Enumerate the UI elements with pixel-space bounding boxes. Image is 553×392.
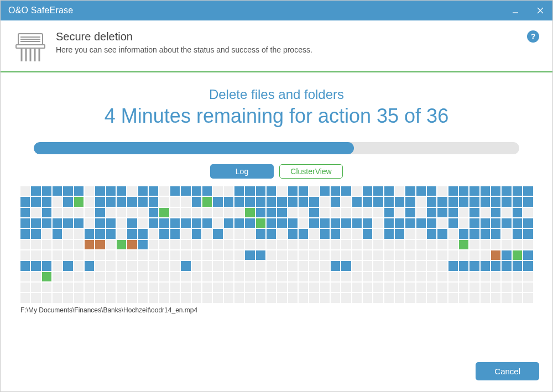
cancel-button-label: Cancel bbox=[494, 367, 520, 376]
cluster-cell bbox=[309, 272, 319, 281]
cluster-cell bbox=[384, 240, 394, 249]
cluster-cell bbox=[513, 229, 522, 238]
cluster-cell bbox=[224, 250, 233, 260]
cluster-cell bbox=[256, 186, 265, 196]
close-button[interactable] bbox=[528, 1, 552, 20]
cluster-cell bbox=[53, 293, 62, 302]
cluster-cell bbox=[469, 208, 479, 217]
cluster-cell bbox=[481, 283, 490, 292]
page-header: Secure deletion Here you can see informa… bbox=[1, 20, 552, 72]
cluster-cell bbox=[491, 208, 500, 217]
cluster-cell bbox=[267, 272, 276, 281]
cluster-cell bbox=[202, 186, 212, 196]
cluster-cell bbox=[469, 240, 479, 249]
cluster-cell bbox=[513, 283, 522, 292]
cluster-cell bbox=[395, 240, 404, 249]
cluster-cell bbox=[149, 293, 158, 302]
tab-log[interactable]: Log bbox=[210, 164, 274, 179]
cluster-cell bbox=[437, 250, 447, 260]
cluster-cell bbox=[341, 197, 351, 206]
cluster-cell bbox=[31, 293, 40, 302]
cluster-cell bbox=[42, 261, 51, 270]
cluster-cell bbox=[427, 250, 436, 260]
footer: Cancel bbox=[1, 356, 552, 391]
cluster-cell bbox=[138, 283, 148, 292]
cluster-cell bbox=[149, 272, 158, 281]
cluster-cell bbox=[63, 261, 72, 270]
cluster-cell bbox=[502, 218, 511, 228]
cluster-cell bbox=[469, 272, 479, 281]
cluster-cell bbox=[299, 250, 308, 260]
cluster-cell bbox=[170, 218, 180, 228]
cluster-cell bbox=[427, 272, 436, 281]
minimize-button[interactable] bbox=[503, 1, 528, 20]
cluster-cell bbox=[53, 186, 62, 196]
cluster-cell bbox=[20, 208, 30, 217]
cluster-cell bbox=[341, 261, 351, 270]
cluster-cell bbox=[373, 208, 383, 217]
cluster-cell bbox=[320, 250, 330, 260]
cluster-cell bbox=[170, 283, 180, 292]
cluster-cell bbox=[117, 250, 126, 260]
cluster-cell bbox=[395, 261, 404, 270]
cluster-cell bbox=[31, 229, 40, 238]
cluster-cell bbox=[491, 197, 500, 206]
cluster-cell bbox=[20, 218, 30, 228]
cluster-cell bbox=[437, 197, 447, 206]
cluster-cell bbox=[416, 261, 426, 270]
cluster-cell bbox=[85, 208, 94, 217]
cluster-cell bbox=[95, 272, 105, 281]
cluster-cell bbox=[341, 218, 351, 228]
cluster-cell bbox=[373, 293, 383, 302]
cluster-cell bbox=[459, 197, 468, 206]
cluster-cell bbox=[106, 261, 116, 270]
cluster-cell bbox=[481, 261, 490, 270]
cluster-cell bbox=[138, 229, 148, 238]
cluster-cell bbox=[202, 218, 212, 228]
cancel-button[interactable]: Cancel bbox=[476, 362, 539, 380]
cluster-cell bbox=[459, 293, 468, 302]
cluster-cell bbox=[95, 283, 105, 292]
cluster-cell bbox=[416, 218, 426, 228]
cluster-cell bbox=[331, 250, 340, 260]
page-subtitle: Here you can see information about the s… bbox=[56, 45, 312, 54]
cluster-cell bbox=[95, 250, 105, 260]
cluster-cell bbox=[491, 293, 500, 302]
cluster-cell bbox=[106, 208, 116, 217]
cluster-cell bbox=[20, 186, 30, 196]
cluster-cell bbox=[491, 283, 500, 292]
cluster-cell bbox=[299, 186, 308, 196]
cluster-cell bbox=[427, 186, 436, 196]
cluster-cell bbox=[363, 197, 372, 206]
cluster-cell bbox=[481, 229, 490, 238]
cluster-cell bbox=[288, 240, 298, 249]
cluster-cell bbox=[181, 186, 190, 196]
cluster-cell bbox=[181, 197, 190, 206]
cluster-cell bbox=[288, 250, 298, 260]
cluster-cell bbox=[181, 293, 190, 302]
cluster-cell bbox=[481, 186, 490, 196]
cluster-cell bbox=[149, 208, 158, 217]
cluster-cell bbox=[256, 240, 265, 249]
cluster-cell bbox=[288, 293, 298, 302]
cluster-cell bbox=[267, 240, 276, 249]
cluster-cell bbox=[405, 218, 415, 228]
help-button[interactable]: ? bbox=[527, 30, 539, 43]
cluster-cell bbox=[74, 250, 84, 260]
cluster-cell bbox=[192, 240, 201, 249]
cluster-cell bbox=[309, 261, 319, 270]
cluster-cell bbox=[192, 261, 201, 270]
cluster-cell bbox=[63, 218, 72, 228]
cluster-cell bbox=[170, 250, 180, 260]
page-title: Secure deletion bbox=[56, 30, 312, 43]
cluster-cell bbox=[437, 283, 447, 292]
cluster-cell bbox=[437, 272, 447, 281]
cluster-cell bbox=[384, 229, 394, 238]
cluster-cell bbox=[481, 208, 490, 217]
cluster-cell bbox=[384, 283, 394, 292]
cluster-cell bbox=[53, 261, 62, 270]
cluster-cell bbox=[106, 186, 116, 196]
cluster-cell bbox=[299, 197, 308, 206]
cluster-cell bbox=[299, 272, 308, 281]
tab-clusterview[interactable]: ClusterView bbox=[279, 164, 343, 179]
